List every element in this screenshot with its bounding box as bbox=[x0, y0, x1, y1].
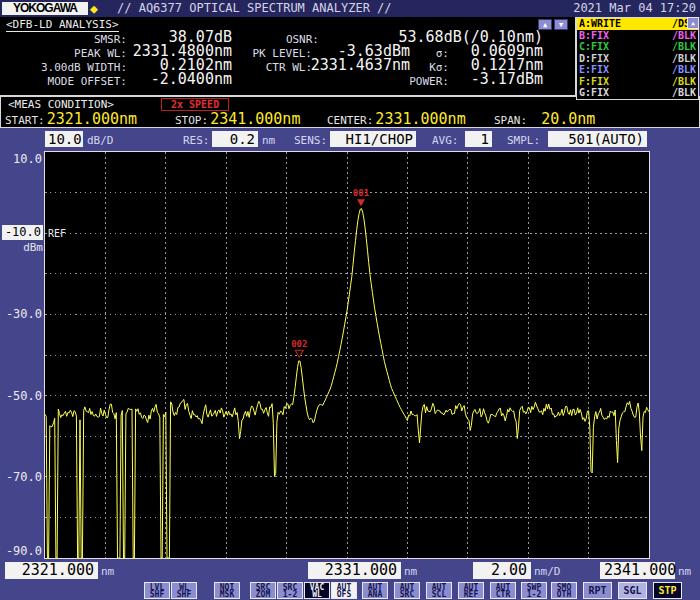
scale-value-per_div[interactable]: 2.00 bbox=[473, 562, 531, 579]
trace-row-a[interactable]: A:WRITE/DSP bbox=[577, 18, 698, 30]
scale-unit-center: nm bbox=[404, 566, 417, 578]
analysis-label-osnr: OSNR: bbox=[286, 34, 319, 46]
meas-label-center: CENTER: bbox=[327, 114, 373, 127]
analysis-label-pk_level: PK LEVEL: bbox=[252, 48, 312, 60]
y-axis-label--50.0: -50.0 bbox=[0, 389, 42, 403]
scale-value-start[interactable]: 2321.000 bbox=[5, 562, 98, 579]
sweep-key-rpt[interactable]: RPT bbox=[583, 582, 612, 599]
softkey-aut-ana[interactable]: AUTANA bbox=[362, 582, 388, 599]
analysis-label-power: POWER: bbox=[409, 76, 449, 88]
brand-logo: YOKOGAWA bbox=[2, 2, 88, 15]
y-axis-label--70.0: -70.0 bbox=[0, 470, 42, 484]
meas-value-span: 20.0nm bbox=[541, 110, 595, 128]
softkey-aut-ofs[interactable]: AUTOFS bbox=[331, 582, 357, 599]
sweep-settings-row: 10.0dB/DRES:0.2nmSENS:HI1/CHOPAVG:1SMPL:… bbox=[0, 128, 700, 151]
softkey-noi-msk[interactable]: NOIMSK bbox=[214, 582, 240, 599]
softkey-aut-scl[interactable]: AUTSCL bbox=[426, 582, 452, 599]
trace-display-status: /BLK bbox=[672, 76, 696, 88]
softkey-wl-shf[interactable]: WLSHF bbox=[171, 582, 197, 599]
trace-mode-label: F:FIX bbox=[579, 76, 609, 87]
meas-value-stop: 2341.000nm bbox=[210, 110, 300, 128]
marker-002-label: 002 bbox=[291, 339, 307, 349]
y-axis-label--30.0: -30.0 bbox=[0, 307, 42, 321]
meas-label-start: START: bbox=[5, 114, 45, 127]
analysis-label-ctr_wl: CTR WL: bbox=[266, 62, 312, 74]
softkey-aut-ref[interactable]: AUTREF bbox=[458, 582, 484, 599]
analysis-panel-title: <DFB-LD ANALYSIS> bbox=[6, 19, 119, 32]
setting-value-average[interactable]: 1 bbox=[465, 131, 492, 147]
ref-marker-label: REF bbox=[48, 228, 66, 239]
trace-panel-corner-icon[interactable]: ▲ bbox=[687, 17, 699, 29]
analysis-label-ksigma: Kσ: bbox=[429, 62, 449, 74]
softkey-smo-oth[interactable]: SMOOTH bbox=[551, 582, 577, 599]
trace-display-status: /BLK bbox=[672, 41, 696, 53]
scale-unit-per_div: nm/D bbox=[534, 566, 561, 578]
meas-field-span: SPAN:20.0nm bbox=[494, 110, 595, 128]
analysis-label-peak_wl: PEAK WL: bbox=[74, 48, 127, 60]
trace-mode-label: G:FIX bbox=[579, 87, 609, 98]
scale-value-center[interactable]: 2331.000 bbox=[308, 562, 401, 579]
trace-row-e[interactable]: E:FIX/BLK bbox=[577, 64, 698, 76]
analysis-label-smsr: SMSR: bbox=[94, 34, 127, 46]
ref-level-box: -10.0 bbox=[2, 225, 43, 240]
trace-mode-label: A:WRITE bbox=[579, 18, 621, 29]
setting-unit-resolution: nm bbox=[262, 135, 275, 147]
setting-value-sensitivity[interactable]: HI1/CHOP bbox=[330, 131, 416, 147]
titlebar: YOKOGAWA ◆ // AQ6377 OPTICAL SPECTRUM AN… bbox=[0, 0, 700, 17]
trace-row-f[interactable]: F:FIX/BLK bbox=[577, 76, 698, 88]
analysis-label-sigma: σ: bbox=[436, 48, 449, 60]
app-title: // AQ6377 OPTICAL SPECTRUM ANALYZER // bbox=[117, 2, 392, 15]
trace-display-status: /BLK bbox=[672, 30, 696, 42]
softkey-aut-ctr[interactable]: AUTCTR bbox=[490, 582, 516, 599]
trace-mode-label: C:FIX bbox=[579, 41, 609, 52]
trace-row-g[interactable]: G:FIX/BLK bbox=[577, 87, 698, 99]
meas-field-stop: STOP:2341.000nm bbox=[175, 110, 300, 128]
scroll-down-icon[interactable]: ▼ bbox=[554, 19, 568, 30]
trace-display-status: /BLK bbox=[672, 53, 696, 65]
meas-value-start: 2321.000nm bbox=[47, 110, 137, 128]
softkey-lvl-shf[interactable]: LVLSHF bbox=[144, 582, 170, 599]
setting-value-sampling[interactable]: 501(AUTO) bbox=[548, 131, 647, 147]
analysis-value-power: -3.17dBm bbox=[471, 72, 543, 87]
marker-001-label: 001 bbox=[353, 188, 369, 198]
trace-row-d[interactable]: D:FIX/BLK bbox=[577, 53, 698, 65]
trace-mode-label: E:FIX bbox=[579, 64, 609, 75]
trace-row-c[interactable]: C:FIX/BLK bbox=[577, 41, 698, 53]
softkey-vac-wl[interactable]: VACWL bbox=[304, 582, 330, 599]
setting-unit-level_scale: dB/D bbox=[87, 135, 114, 147]
osa-screen: YOKOGAWA ◆ // AQ6377 OPTICAL SPECTRUM AN… bbox=[0, 0, 700, 600]
meas-value-center: 2331.000nm bbox=[375, 110, 465, 128]
trace-mode-label: B:FIX bbox=[579, 30, 609, 41]
setting-label-resolution: RES: bbox=[183, 135, 210, 147]
sweep-key-sgl[interactable]: SGL bbox=[618, 582, 647, 599]
setting-label-sensitivity: SENS: bbox=[294, 135, 327, 147]
setting-value-resolution[interactable]: 0.2 bbox=[212, 131, 258, 147]
analysis-label-width_3db: 3.00dB WIDTH: bbox=[41, 62, 127, 74]
setting-value-level_scale[interactable]: 10.0 bbox=[45, 131, 83, 147]
setting-label-average: AVG: bbox=[432, 135, 459, 147]
trace-display-status: /BLK bbox=[672, 87, 696, 99]
trace-status-panel: A:WRITE/DSPB:FIX/BLKC:FIX/BLKD:FIX/BLKE:… bbox=[576, 17, 699, 100]
meas-condition-panel: <MEAS CONDITION> 2x SPEED START:2321.000… bbox=[0, 96, 700, 128]
meas-label-span: SPAN: bbox=[494, 114, 527, 127]
softkey-swp-1-2[interactable]: SWP1-2 bbox=[521, 582, 547, 599]
datetime-label: 2021 Mar 04 17:20 bbox=[573, 2, 696, 15]
analysis-value-mode_offset: -2.0400nm bbox=[151, 72, 232, 87]
softkey-src-1-2[interactable]: SRC1-2 bbox=[277, 582, 303, 599]
meas-field-start: START:2321.000nm bbox=[5, 110, 137, 128]
scale-unit-start: nm bbox=[101, 566, 114, 578]
analysis-value-ctr_wl: 2331.4637nm bbox=[311, 58, 410, 73]
softkey-src-zom[interactable]: SRCZOM bbox=[250, 582, 276, 599]
y-axis-label--90.0: -90.0 bbox=[0, 544, 42, 558]
scale-value-stop[interactable]: 2341.000 bbox=[600, 562, 675, 579]
meas-field-center: CENTER:2331.000nm bbox=[327, 110, 466, 128]
softkey-aut-src[interactable]: AUTSRC bbox=[394, 582, 420, 599]
spectrum-plot: REF001002 bbox=[44, 151, 650, 559]
meas-label-stop: STOP: bbox=[175, 114, 208, 127]
setting-label-sampling: SMPL: bbox=[507, 135, 540, 147]
trace-row-b[interactable]: B:FIX/BLK bbox=[577, 30, 698, 42]
y-axis-unit-label: dBm bbox=[0, 242, 43, 254]
scale-unit-stop: nm bbox=[678, 566, 691, 578]
sweep-key-stp[interactable]: STP bbox=[653, 582, 682, 599]
analysis-label-mode_offset: MODE OFFSET: bbox=[48, 76, 127, 88]
